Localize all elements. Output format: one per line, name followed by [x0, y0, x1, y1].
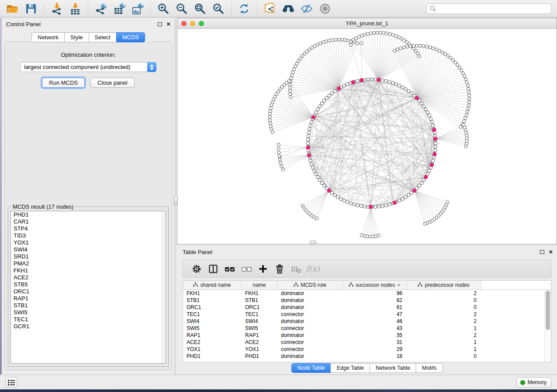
zoom-in-icon[interactable]	[157, 2, 170, 15]
column-header-predecessor-nodes[interactable]: predecessor nodes	[407, 281, 481, 289]
graph-node[interactable]	[349, 202, 353, 205]
graph-node[interactable]	[432, 47, 435, 50]
graph-node[interactable]	[340, 38, 343, 41]
graph-node[interactable]	[418, 184, 421, 187]
graph-node[interactable]	[407, 89, 411, 93]
graph-node[interactable]	[278, 158, 281, 161]
column-header-name[interactable]: name	[242, 281, 277, 289]
table-scrollbar[interactable]	[544, 290, 551, 362]
graph-hub-node[interactable]	[369, 205, 373, 209]
graph-node[interactable]	[343, 84, 346, 88]
float-panel-icon[interactable]	[540, 250, 544, 254]
delete-row-icon[interactable]	[273, 263, 286, 275]
graph-node[interactable]	[333, 193, 337, 197]
graph-node[interactable]	[339, 197, 343, 201]
graph-node[interactable]	[291, 71, 294, 74]
graph-node[interactable]	[465, 113, 468, 117]
table-row[interactable]: YOX1YOX1connector291	[183, 346, 551, 353]
graph-node[interactable]	[420, 102, 423, 105]
graph-node[interactable]	[405, 45, 408, 48]
graph-node[interactable]	[325, 96, 329, 100]
graph-node[interactable]	[468, 97, 471, 100]
network-canvas[interactable]	[177, 29, 557, 244]
graph-node[interactable]	[290, 77, 293, 80]
columns-icon[interactable]	[207, 263, 219, 275]
import-table-icon[interactable]	[69, 2, 82, 15]
graph-node[interactable]	[353, 203, 356, 206]
graph-hub-node[interactable]	[327, 189, 331, 193]
graph-node[interactable]	[464, 78, 467, 81]
graph-node[interactable]	[435, 48, 438, 51]
graph-node[interactable]	[269, 125, 272, 128]
graph-node[interactable]	[422, 45, 425, 48]
graph-node[interactable]	[422, 105, 426, 108]
graph-node[interactable]	[271, 101, 274, 104]
close-panel-icon[interactable]: ×	[549, 250, 553, 254]
graph-node[interactable]	[426, 111, 429, 114]
graph-node[interactable]	[382, 31, 385, 34]
graph-node[interactable]	[346, 83, 349, 86]
graph-node[interactable]	[315, 217, 318, 220]
graph-node[interactable]	[308, 127, 311, 131]
graph-node[interactable]	[460, 69, 463, 72]
graph-node[interactable]	[412, 44, 415, 47]
graph-node[interactable]	[420, 181, 423, 185]
table-row[interactable]: RAP1RAP1dominator352	[183, 332, 551, 339]
graph-node[interactable]	[309, 159, 312, 163]
graph-node[interactable]	[434, 141, 437, 145]
graph-hub-node[interactable]	[311, 115, 315, 119]
graph-node[interactable]	[370, 78, 374, 81]
mcds-result-item[interactable]: YOX1	[11, 239, 166, 246]
graph-node[interactable]	[434, 145, 437, 148]
graph-node[interactable]	[288, 89, 291, 93]
mcds-result-item[interactable]: PMA2	[11, 260, 166, 267]
graph-node[interactable]	[385, 32, 388, 35]
graph-node[interactable]	[415, 44, 419, 47]
import-network-icon[interactable]	[50, 2, 63, 15]
graph-hub-node[interactable]	[360, 78, 364, 82]
graph-node[interactable]	[316, 175, 320, 179]
graph-node[interactable]	[410, 191, 413, 195]
network-from-file-icon[interactable]	[263, 2, 277, 15]
function-builder-icon[interactable]: f(x)	[307, 263, 319, 275]
graph-node[interactable]	[446, 201, 449, 204]
graph-node[interactable]	[377, 234, 380, 237]
graph-node[interactable]	[343, 199, 346, 203]
hide-detail-icon[interactable]	[300, 2, 313, 15]
graph-node[interactable]	[269, 122, 272, 125]
graph-hub-node[interactable]	[306, 146, 310, 150]
graph-node[interactable]	[379, 31, 382, 34]
graph-node[interactable]	[333, 89, 337, 93]
graph-node[interactable]	[337, 38, 340, 41]
graph-node[interactable]	[268, 113, 271, 116]
graph-node[interactable]	[279, 162, 282, 165]
graph-node[interactable]	[306, 141, 310, 145]
graph-node[interactable]	[373, 31, 376, 34]
graph-node[interactable]	[330, 191, 334, 195]
close-panel-icon[interactable]: ×	[166, 22, 170, 26]
export-image-icon[interactable]	[131, 2, 144, 15]
graph-node[interactable]	[314, 111, 318, 114]
graph-node[interactable]	[320, 102, 324, 105]
graph-node[interactable]	[360, 204, 363, 208]
graph-node[interactable]	[318, 179, 322, 182]
optimization-dropdown[interactable]: largest connected component (undirected)	[20, 62, 156, 72]
save-icon[interactable]	[24, 2, 38, 15]
mcds-result-item[interactable]: GCR1	[11, 323, 166, 330]
graph-node[interactable]	[422, 179, 426, 182]
graph-node[interactable]	[377, 205, 381, 208]
graph-node[interactable]	[446, 54, 450, 57]
graph-node[interactable]	[289, 93, 292, 96]
graph-node[interactable]	[356, 79, 360, 83]
graph-node[interactable]	[343, 38, 346, 41]
graph-hub-node[interactable]	[433, 137, 437, 141]
graph-node[interactable]	[331, 38, 334, 41]
graph-node[interactable]	[306, 138, 310, 141]
tab-motifs[interactable]: Motifs	[416, 363, 443, 373]
graph-node[interactable]	[374, 205, 377, 209]
graph-node[interactable]	[322, 99, 326, 103]
graph-node[interactable]	[462, 124, 465, 127]
graph-node[interactable]	[429, 46, 432, 49]
table-row[interactable]: FKH1FKH1dominator962	[183, 290, 551, 297]
graph-node[interactable]	[325, 40, 328, 43]
